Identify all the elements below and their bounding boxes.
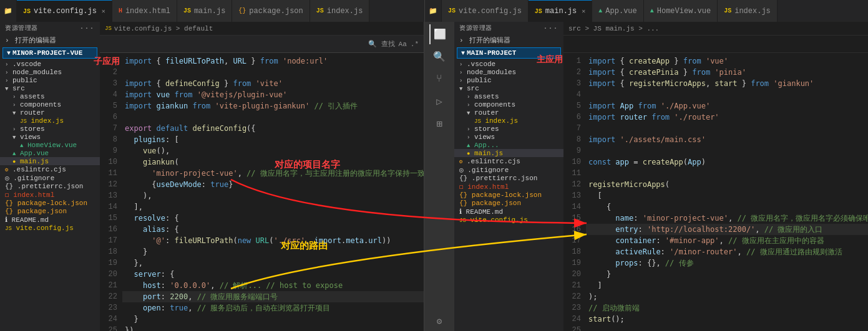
right-sidebar-pkg-lock[interactable]: {} package-lock.json (454, 191, 563, 199)
js-icon: JS (448, 7, 456, 14)
right-sidebar-stores[interactable]: › stores (454, 125, 563, 133)
right-sidebar-viteconfig[interactable]: JS vite.config.js (454, 216, 563, 224)
left-sidebar: 资源管理器 ··· › 打开的编辑器 ▼ MINOR-PROJECT-VUE ›… (0, 22, 100, 331)
sidebar-item-router-left[interactable]: ▼ router (0, 108, 100, 117)
sidebar-item-views[interactable]: ▼ views (0, 133, 100, 141)
tab-index-html-left[interactable]: H index.html (112, 0, 177, 22)
spacer-right (563, 36, 868, 53)
js-icon: JS (183, 7, 191, 14)
sidebar-item-package-json[interactable]: {} package.json (0, 207, 100, 215)
left-editor: JS vite.config.js > default 🔍 查找 Aa .* 1… (100, 22, 424, 331)
chevron-right-icon: › (5, 37, 9, 44)
breadcrumb-text-left: vite.config.js > default (114, 25, 213, 32)
sidebar-item-public[interactable]: › public (0, 76, 100, 84)
code-content-left: import { fileURLToPath, URL } from 'node… (122, 53, 424, 331)
vue-icon: ▲ (650, 7, 654, 14)
sidebar-item-src[interactable]: ▼ src (0, 84, 100, 92)
sidebar-item-gitignore[interactable]: ◎ .gitignore (0, 173, 100, 182)
sidebar-item-viteconfig[interactable]: JS vite.config.js (0, 224, 100, 232)
tab-package-json-left[interactable]: {} package.json (232, 0, 310, 22)
sidebar-item-components[interactable]: › components (0, 100, 100, 108)
sidebar-item-assets[interactable]: › assets (0, 92, 100, 100)
right-sidebar-router[interactable]: ▼ router (454, 108, 563, 117)
chevron-right-icon-right: › (459, 37, 464, 44)
tab-vite-config-left[interactable]: JS vite.config.js ✕ (17, 0, 112, 22)
right-sidebar-components[interactable]: › components (454, 100, 563, 108)
open-editors-right[interactable]: › 打开的编辑器 (454, 34, 563, 46)
sidebar-item-readme[interactable]: ℹ README.md (0, 215, 100, 224)
js-icon: JS (724, 7, 731, 14)
breadcrumb-right: src > JS main.js > ... (563, 22, 868, 36)
sidebar-header: 资源管理器 ··· (0, 22, 100, 34)
right-sidebar-menu-icon[interactable]: ··· (544, 25, 558, 32)
tab-label: index.html (125, 7, 170, 16)
right-sidebar-node-modules[interactable]: › node_modules (454, 68, 563, 76)
right-sidebar-title: 资源管理器 (459, 24, 492, 32)
activity-remote[interactable]: ⚙ (429, 311, 449, 331)
activity-search[interactable]: 🔍 (429, 47, 449, 67)
regex-icon[interactable]: .* (411, 41, 419, 48)
tab-vite-config-right[interactable]: JS vite.config.js (442, 0, 529, 22)
right-panel: ⬜ 🔍 ⑂ ▷ ⊞ ⚙ 资源管理器 ··· › 打开的编辑器 ▼ (424, 22, 868, 331)
tab-index-js-left[interactable]: JS index.js (310, 0, 370, 22)
code-area-right: 1234567891011121314151617181920212223242… (563, 53, 868, 331)
sidebar-item-mainjs-left[interactable]: ● main.js (0, 157, 100, 165)
right-sidebar-mainjs[interactable]: ● main.js (454, 149, 563, 157)
sidebar-project-right[interactable]: ▼ MAIN-PROJECT (457, 47, 561, 59)
sidebar-project-left[interactable]: ▼ MINOR-PROJECT-VUE (2, 47, 97, 59)
tab-label: HomeView.vue (657, 7, 711, 16)
close-icon[interactable]: ✕ (582, 7, 585, 15)
js-icon: JS (316, 7, 324, 14)
open-editors-left[interactable]: › 打开的编辑器 (0, 34, 100, 46)
right-sidebar-assets[interactable]: › assets (454, 92, 563, 100)
right-sidebar-pkg-json[interactable]: {} package.json (454, 199, 563, 207)
sidebar-item-stores[interactable]: › stores (0, 125, 100, 133)
json-icon: {} (238, 7, 246, 14)
right-sidebar: 资源管理器 ··· › 打开的编辑器 ▼ MAIN-PROJECT › .vsc… (454, 22, 563, 331)
right-sidebar-app-vue[interactable]: ▲ App... (454, 141, 563, 149)
right-sidebar-header: 资源管理器 ··· (454, 22, 563, 34)
activity-git[interactable]: ⑂ (429, 69, 449, 89)
chevron-down-icon-right: ▼ (461, 50, 465, 57)
right-sidebar-readme[interactable]: ℹ README.md (454, 207, 563, 216)
right-explorer-icon[interactable]: 📁 (425, 0, 442, 22)
tab-main-js-left[interactable]: JS main.js (177, 0, 232, 22)
right-sidebar-public[interactable]: › public (454, 76, 563, 84)
activity-extensions[interactable]: ⊞ (429, 114, 449, 134)
right-sidebar-vscode[interactable]: › .vscode (454, 60, 563, 68)
tab-app-vue-right[interactable]: ▲ App.vue (592, 0, 643, 22)
tab-index-js-right[interactable]: JS index.js (718, 0, 778, 22)
case-icon[interactable]: Aa (399, 41, 407, 48)
right-sidebar-prettierrc[interactable]: {} .prettierrc.json (454, 174, 563, 182)
sidebar-item-prettierrc[interactable]: {} .prettierrc.json (0, 182, 100, 190)
sidebar-item-homeview[interactable]: ▲ HomeView.vue (0, 141, 100, 149)
sidebar-item-router-index[interactable]: JS index.js (0, 117, 100, 125)
sidebar-item-vscode[interactable]: › .vscode (0, 60, 100, 68)
tab-homeview-vue-right[interactable]: ▲ HomeView.vue (644, 0, 718, 22)
html-icon: H (119, 7, 122, 14)
breadcrumb-left: JS vite.config.js > default (100, 22, 424, 36)
right-sidebar-eslintrc[interactable]: ⚙ .eslintrc.cjs (454, 157, 563, 165)
activity-files[interactable]: ⬜ (429, 24, 449, 44)
js-file-icon: JS (105, 26, 112, 32)
line-numbers-left: 1234567891011121314151617181920212223242… (100, 53, 122, 331)
right-sidebar-router-index[interactable]: JS index.js (454, 117, 563, 125)
activity-debug[interactable]: ▷ (429, 92, 449, 112)
sidebar-item-appvue[interactable]: ▲ App.vue (0, 149, 100, 157)
left-explorer-icon[interactable]: 📁 (0, 0, 17, 22)
js-icon: JS (23, 8, 31, 15)
right-sidebar-gitignore[interactable]: ◎ .gitignore (454, 165, 563, 174)
sidebar-item-node-modules[interactable]: › node_modules (0, 68, 100, 76)
right-sidebar-index-html[interactable]: ◻ index.html (454, 182, 563, 191)
tab-main-js-right[interactable]: JS main.js ✕ (529, 0, 592, 22)
close-icon[interactable]: ✕ (102, 7, 105, 15)
sidebar-menu-icon[interactable]: ··· (80, 25, 95, 32)
right-sidebar-views[interactable]: › views (454, 133, 563, 141)
search-bar-left: 🔍 查找 Aa .* (100, 36, 424, 53)
right-sidebar-src[interactable]: ▼ src (454, 84, 563, 92)
search-label: 🔍 查找 (368, 39, 395, 49)
sidebar-item-eslintrc[interactable]: ⚙ .eslintrc.cjs (0, 165, 100, 173)
vue-icon: ▲ (598, 7, 602, 14)
sidebar-item-package-lock[interactable]: {} package-lock.json (0, 199, 100, 207)
sidebar-item-index-html[interactable]: ◻ index.html (0, 190, 100, 199)
